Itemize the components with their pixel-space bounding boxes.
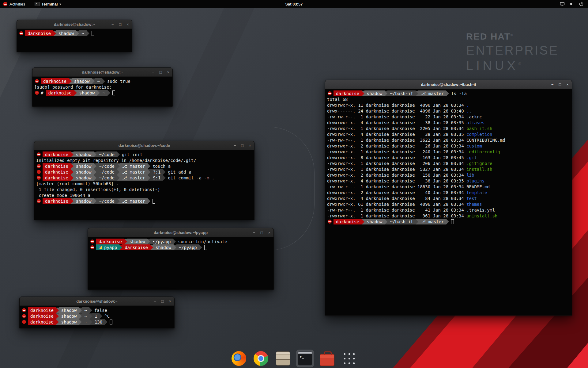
file-name: test [466, 196, 477, 201]
prompt-segment-label: 1 [95, 314, 97, 319]
close-button[interactable]: × [126, 22, 129, 26]
terminal-line: drwx------. 24 darknoise darknoise 4096 … [327, 108, 570, 114]
window-titlebar[interactable]: darknoise@shadow:~ − □ × [32, 68, 172, 77]
prompt-segment: shadow [56, 30, 77, 36]
window-titlebar[interactable]: darknoise@shadow:~/bash-it − □ × [325, 80, 572, 89]
powerline-arrow [163, 175, 166, 181]
file-name: themes [466, 202, 482, 207]
prompt-segment: ⎇ master [120, 163, 148, 169]
prompt-segment-label: darknoise [125, 245, 148, 250]
window-title: darknoise@shadow:~ [76, 299, 117, 304]
maximize-button[interactable]: □ [119, 22, 122, 26]
activities-button[interactable]: Activities [9, 2, 25, 6]
terminal-text: drwx------. 24 darknoise darknoise 4096 … [327, 109, 466, 113]
terminal-content[interactable]: darknoiseshadow~sudo true[sudo] password… [32, 77, 172, 106]
terminal-window[interactable]: darknoise@shadow:~/bash-it − □ × darknoi… [325, 80, 572, 316]
close-button[interactable]: × [268, 231, 270, 235]
close-button[interactable]: × [566, 82, 569, 86]
window-titlebar[interactable]: darknoise@shadow:~/pyapp − □ × [88, 228, 273, 237]
powerline-arrow [94, 152, 96, 157]
redhat-icon [22, 320, 26, 324]
prompt-segment-label: ~/bash-it [390, 91, 413, 96]
terminal-text: git init [122, 152, 142, 157]
prompt-segment: ~/pyapp [150, 239, 173, 244]
prompt-segment-label: shadow [76, 175, 92, 180]
prompt-segment-label: shadow [367, 219, 383, 224]
dock-item-app-grid[interactable] [340, 350, 358, 367]
terminal-window[interactable]: darknoise@shadow:~ − □ × darknoiseshadow… [19, 297, 175, 328]
redhat-icon [90, 240, 94, 243]
terminal-line: darknoiseshadow~sudo true [34, 78, 171, 84]
maximize-button[interactable]: □ [241, 144, 244, 148]
terminal-line: drwxrwxr-x. 61 darknoise darknoise 4096 … [327, 201, 570, 207]
window-titlebar[interactable]: darknoise@shadow:~/code − □ × [34, 141, 254, 150]
minimize-button[interactable]: − [111, 22, 114, 26]
powerline-arrow [56, 308, 59, 313]
window-titlebar[interactable]: darknoise@shadow:~ − □ × [20, 297, 174, 306]
powerline-arrow [76, 31, 79, 36]
powerline-arrow [71, 169, 74, 175]
minimize-button[interactable]: − [234, 144, 236, 148]
minimize-button[interactable]: − [152, 70, 154, 74]
prompt-segment: darknoise [43, 169, 71, 175]
file-name: bash_it.sh [466, 126, 492, 131]
clock[interactable]: Sat 03:57 [285, 2, 303, 6]
maximize-button[interactable]: □ [559, 82, 561, 86]
powerline-arrow [71, 198, 74, 204]
dock-item-toolbox[interactable] [318, 350, 336, 367]
terminal-text: sudo true [107, 79, 130, 84]
prompt-segment-label: shadow [74, 79, 90, 84]
app-menu[interactable]: >_ Terminal ▾ [35, 2, 61, 6]
close-button[interactable]: × [167, 70, 169, 74]
minimize-button[interactable]: − [154, 299, 156, 303]
dock-item-firefox[interactable] [230, 350, 248, 367]
redhat-icon [328, 220, 332, 224]
minimize-button[interactable]: − [551, 82, 554, 86]
dock-item-files[interactable] [274, 350, 292, 367]
terminal-text: [sudo] password for darknoise: [34, 85, 112, 90]
terminal-content[interactable]: darknoiseshadow~ [17, 29, 132, 52]
volume-icon[interactable] [569, 2, 574, 6]
python-icon [99, 246, 102, 249]
close-button[interactable]: × [169, 299, 171, 303]
app-grid-icon [342, 352, 356, 366]
terminal-content[interactable]: darknoiseshadow~/bash-it⎇ masterls -lato… [325, 89, 572, 315]
powerline-arrow [117, 152, 120, 157]
terminal-line: -rw-rw-r--. 1 darknoise darknoise 41 Jan… [327, 207, 570, 213]
power-icon[interactable] [579, 2, 584, 6]
prompt-segment: shadow [72, 78, 92, 84]
terminal-content[interactable]: darknoiseshadow~/pyappsource bin/activat… [88, 237, 273, 289]
terminal-window[interactable]: darknoise@shadow:~ − □ × darknoiseshadow… [17, 20, 132, 52]
maximize-button[interactable]: □ [261, 231, 263, 235]
prompt-segment-label: ~/code [99, 164, 115, 169]
terminal-text: drwxrwxr-x. 2 darknoise darknoise 150 Ja… [327, 173, 466, 178]
terminal-cursor [451, 219, 454, 224]
maximize-button[interactable]: □ [160, 70, 162, 74]
terminal-window[interactable]: darknoise@shadow:~/pyapp − □ × darknoise… [88, 228, 274, 290]
terminal-content[interactable]: darknoiseshadow~falsedarknoiseshadow~1^C… [20, 306, 174, 328]
file-name: lib [466, 173, 474, 178]
powerline-arrow [199, 245, 202, 250]
window-titlebar[interactable]: darknoise@shadow:~ − □ × [17, 20, 132, 29]
maximize-button[interactable]: □ [161, 299, 164, 303]
prompt-segment-label: darknoise [336, 91, 359, 96]
display-icon[interactable] [560, 2, 565, 6]
powerline-arrow [124, 239, 127, 244]
powerline-arrow [148, 169, 150, 175]
powerline-arrow [94, 198, 96, 204]
windows-layer: darknoise@shadow:~ − □ × darknoiseshadow… [0, 0, 588, 368]
minimize-button[interactable]: − [253, 231, 255, 235]
terminal-line: [sudo] password for darknoise: [34, 84, 171, 90]
terminal-window[interactable]: darknoise@shadow:~/code − □ × darknoises… [34, 141, 254, 220]
powerline-arrow [100, 313, 102, 319]
dock-item-chrome[interactable] [252, 350, 270, 367]
terminal-content[interactable]: darknoiseshadow~/codegit initInitialized… [34, 150, 254, 220]
terminal-window[interactable]: darknoise@shadow:~ − □ × darknoiseshadow… [32, 67, 173, 107]
terminal-text: drwxrwxr-x. 4 darknoise darknoise 38 Jan… [327, 178, 466, 183]
powerline-arrow [446, 91, 449, 96]
dock-item-terminal[interactable] [296, 350, 314, 367]
close-button[interactable]: × [249, 144, 251, 148]
powerline-arrow [53, 31, 56, 36]
prompt-segment: ~ [100, 90, 107, 96]
prompt-segment: shadow [74, 175, 94, 181]
